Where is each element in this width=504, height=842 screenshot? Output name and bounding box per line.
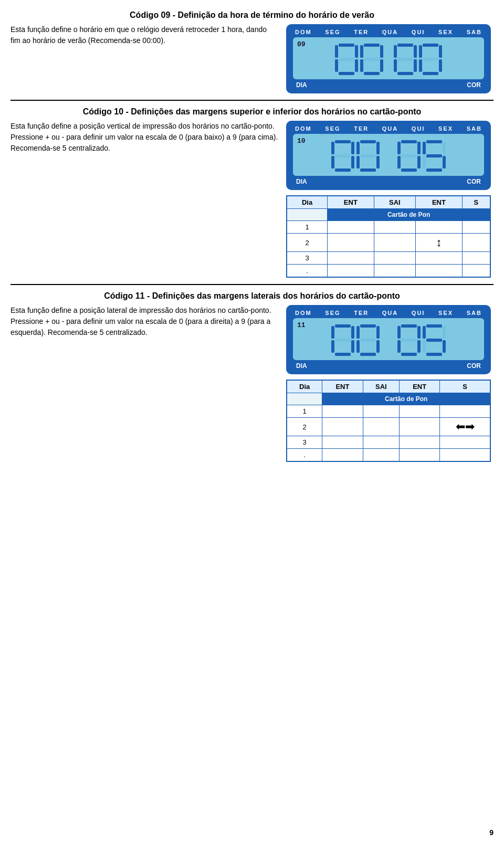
section-11-title: Código 11 - Definições das margens later… <box>10 291 494 301</box>
td-sai-10-1 <box>374 221 416 234</box>
day-ter-11: TER <box>354 310 369 316</box>
seg-digit-11-2 <box>356 324 380 356</box>
section-11-text: Esta função define a posição lateral de … <box>10 305 278 338</box>
th-ent2-10: ENT <box>416 196 462 209</box>
th-cartao-10: Cartão de Pon <box>328 209 490 221</box>
section-10-text-p: Esta função define a posição vertical de… <box>10 121 278 154</box>
seg-tr-3 <box>414 45 417 58</box>
day-ter-10: TER <box>354 125 369 132</box>
td-sai-10-4 <box>374 265 416 278</box>
td-sai-10-3 <box>374 252 416 265</box>
seg-mid-4 <box>423 58 438 61</box>
section-09-title: Código 09 - Definição da hora de término… <box>10 10 494 20</box>
td-sai-11-3 <box>363 436 399 449</box>
seg-tl-3 <box>394 45 397 58</box>
lcd-10-bottom-left: DIA <box>296 178 307 185</box>
day-ter: TER <box>354 29 369 35</box>
day-dom-11: DOM <box>295 310 312 316</box>
schedule-table-10: Dia ENT SAI ENT S Cartão de Pon <box>286 195 491 278</box>
seg-bot-3 <box>397 72 413 75</box>
day-qua-11: QUA <box>382 310 398 316</box>
th-empty-10 <box>287 209 328 221</box>
td-day-11-2: 2 <box>287 418 322 436</box>
table-row-10-1: 1 <box>287 221 490 234</box>
seg-br-3 <box>414 59 417 72</box>
seg-bot-1 <box>339 72 354 75</box>
day-qua-10: QUA <box>382 125 398 132</box>
lcd-09-days: DOM SEG TER QUA QUI SEX SAB <box>293 29 484 35</box>
section-09-display: DOM SEG TER QUA QUI SEX SAB 09 <box>284 24 494 93</box>
lcd-09-digits <box>300 44 477 75</box>
td-day-10-2: 2 <box>287 234 328 252</box>
seg-group-left <box>335 44 383 75</box>
td-ent2-10-2: ↕ <box>416 234 462 252</box>
section-09-body: Esta função define o horário em que o re… <box>10 24 494 93</box>
td-day-10-3: 3 <box>287 252 328 265</box>
seg-top-2 <box>364 44 380 47</box>
lcd-09-bottom-left: DIA <box>296 81 307 89</box>
table-row-11-1: 1 <box>287 405 490 418</box>
td-sai-10-2 <box>374 234 416 252</box>
td-ent1-11-2 <box>322 418 363 436</box>
td-s-10-3 <box>462 252 490 265</box>
page-number: 9 <box>489 828 494 837</box>
seg-bl-2 <box>360 59 363 72</box>
day-dom-10: DOM <box>295 125 312 132</box>
td-day-11-3: 3 <box>287 436 322 449</box>
seg-bot-2 <box>364 72 380 75</box>
day-sab-11: SAB <box>467 310 482 316</box>
divider-2 <box>10 284 494 285</box>
seg-tl-2 <box>360 45 363 58</box>
th-dia-10: Dia <box>287 196 328 209</box>
seg-digit-10-2 <box>356 140 380 172</box>
divider-1 <box>10 100 494 101</box>
seg-top-4 <box>423 44 438 47</box>
seg-digit-3 <box>394 44 417 75</box>
lcd-11: DOM SEG TER QUA QUI SEX SAB 11 <box>286 305 491 374</box>
seg-tl-1 <box>335 45 338 58</box>
seg-group-11-right <box>397 324 446 356</box>
section-09-text: Esta função define o horário em que o re… <box>10 24 278 46</box>
th-dia-11: Dia <box>287 380 322 393</box>
td-ent1-11-1 <box>322 405 363 418</box>
th-sai-11: SAI <box>363 380 399 393</box>
seg-digit-4 <box>419 44 442 75</box>
th-s-10: S <box>462 196 490 209</box>
section-11-body: Esta função define a posição lateral de … <box>10 305 494 462</box>
td-s-11-4 <box>440 449 490 462</box>
seg-mid-3 <box>397 58 413 61</box>
table-row-10-2: 2 ↕ <box>287 234 490 252</box>
seg-mid-1 <box>339 58 354 61</box>
day-sex-11: SEX <box>438 310 453 316</box>
th-cartao-11: Cartão de Pon <box>322 393 490 405</box>
seg-group-10-left <box>331 140 380 172</box>
td-ent2-10-4 <box>416 265 462 278</box>
seg-top-3 <box>397 44 413 47</box>
section-11-display: DOM SEG TER QUA QUI SEX SAB 11 <box>284 305 494 462</box>
th-empty-11 <box>287 393 322 405</box>
seg-bl-4 <box>419 59 422 72</box>
td-ent1-10-4 <box>328 265 374 278</box>
day-seg-11: SEG <box>325 310 340 316</box>
table-10-header-row: Dia ENT SAI ENT S <box>287 196 490 209</box>
lcd-11-code: 11 <box>297 321 306 329</box>
seg-digit-10-4 <box>423 140 446 172</box>
section-10-body: Esta função define a posição vertical de… <box>10 121 494 278</box>
seg-bot-4 <box>423 72 438 75</box>
page: Código 09 - Definição da hora de término… <box>0 0 504 483</box>
day-qua: QUA <box>382 29 398 35</box>
day-qui: QUI <box>412 29 425 35</box>
seg-br-2 <box>380 59 383 72</box>
table-10-subheader-row: Cartão de Pon <box>287 209 490 221</box>
lcd-10-bottom-right: COR <box>467 178 481 185</box>
td-ent1-10-3 <box>328 252 374 265</box>
table-11-header-row: Dia ENT SAI ENT S <box>287 380 490 393</box>
td-day-11-4: . <box>287 449 322 462</box>
td-s-10-4 <box>462 265 490 278</box>
td-s-11-2: ⬅➡ <box>440 418 490 436</box>
lcd-09-bottom-right: COR <box>467 81 481 89</box>
th-ent1-10: ENT <box>328 196 374 209</box>
seg-digit-11-1 <box>331 324 354 356</box>
lcd-11-bottom-right: COR <box>467 362 481 370</box>
seg-top-1 <box>339 44 354 47</box>
